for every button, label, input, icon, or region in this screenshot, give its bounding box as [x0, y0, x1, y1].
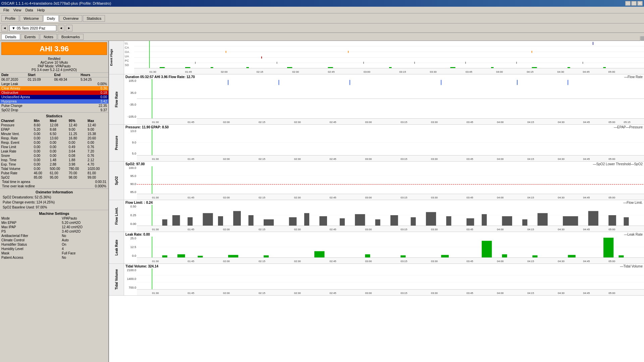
event-large-leak[interactable]: Large Leak0.00% — [0, 82, 108, 86]
menu-view[interactable]: View — [11, 8, 23, 12]
tidal-volume-label: Tidal Volume — [109, 264, 124, 295]
spo2-title: SpO2: 97.00 — [125, 162, 145, 166]
svg-text:03:30: 03:30 — [430, 70, 437, 73]
svg-rect-121 — [390, 215, 398, 226]
main-area: AHI 3.96 ResMed AirCurve 10 VAuto PAP Mo… — [0, 41, 644, 362]
setting-antibacterial: Antibacterial FilterNo — [0, 234, 108, 238]
spo2-inner: SpO2: 97.00 —SpO2 Lower Threshold—SpO2 1… — [124, 162, 644, 200]
svg-text:05:00: 05:00 — [608, 70, 615, 73]
svg-text:02:00: 02:00 — [223, 121, 230, 124]
svg-text:04:15: 04:15 — [527, 121, 534, 124]
svg-text:03:15: 03:15 — [400, 292, 408, 295]
pressure-inner: Pressure: 11.90 EPAP: 8.50 —EPAP—Pressur… — [124, 125, 644, 161]
flow-rate-label: Flow Rate — [109, 74, 124, 124]
ahi-value: AHI 3.96 — [3, 45, 105, 53]
svg-text:04:00: 04:00 — [497, 196, 504, 199]
pressure-label: Pressure — [109, 125, 124, 161]
stats-row-minutevent: Minute Vent.0.006.5011.2515.38 — [0, 132, 108, 136]
start-value: 01:15:09 — [28, 78, 54, 81]
nav-prev-button[interactable]: ◄ — [58, 25, 64, 32]
svg-rect-115 — [289, 217, 297, 226]
svg-text:04:15: 04:15 — [527, 292, 534, 295]
svg-rect-133 — [624, 217, 629, 226]
stats-col-95: 95% — [68, 119, 87, 123]
pressure-title: Pressure: 11.90 EPAP: 8.50 — [125, 125, 169, 129]
svg-rect-123 — [426, 212, 436, 226]
svg-text:03:00: 03:00 — [365, 158, 372, 161]
stats-row-pulserate: Pulse Rate46.0061.0070.0081.00 — [0, 171, 108, 175]
statistics-header: Statistics — [0, 112, 108, 119]
svg-text:02:45: 02:45 — [328, 70, 335, 73]
svg-text:02:45: 02:45 — [330, 158, 337, 161]
titlebar-controls: − □ ✕ — [625, 1, 643, 6]
flow-limit-title-right: —Flow Limit. — [623, 201, 643, 204]
svg-text:03:30: 03:30 — [431, 158, 438, 161]
flow-rate-title-right: —Flow Rate — [624, 75, 643, 79]
svg-rect-126 — [482, 214, 487, 226]
svg-text:02:15: 02:15 — [259, 260, 266, 263]
subtab-bookmarks[interactable]: Bookmarks — [58, 34, 84, 40]
event-clear-airway[interactable]: Clear Airway0.36 — [0, 86, 108, 90]
event-spo2-drop[interactable]: SpO2 Drop9.37 — [0, 108, 108, 112]
stats-row-tidalvol: Tidal Volume0.00500.00780.001020.00 — [0, 167, 108, 171]
svg-text:05:15: 05:15 — [624, 121, 631, 124]
menu-file[interactable]: File — [1, 8, 11, 12]
oximeter-baseline: SpO2 Baseline Used: 97.00% — [0, 205, 108, 210]
subtab-notes[interactable]: Notes — [40, 34, 57, 40]
stats-col-max: Max — [87, 119, 108, 123]
setting-ps: PS3.40 cmH2O — [0, 229, 108, 234]
event-flags-ylabels: LL CA OA UA PC SD — [124, 41, 134, 67]
svg-text:01:30: 01:30 — [152, 228, 159, 231]
subtab-events[interactable]: Events — [21, 34, 40, 40]
svg-text:04:00: 04:00 — [497, 158, 504, 161]
subtab-details[interactable]: Details — [1, 34, 20, 40]
titlebar: OSCAR 1.1.1-rc-4+translations-3d1778a0-p… — [0, 0, 644, 7]
svg-text:02:15: 02:15 — [259, 121, 266, 124]
svg-text:04:45: 04:45 — [583, 260, 590, 263]
maximize-button[interactable]: □ — [631, 1, 637, 6]
setting-climate: Climate ControlAuto — [0, 238, 108, 242]
svg-text:03:45: 03:45 — [467, 260, 474, 263]
svg-rect-152 — [177, 254, 185, 257]
event-obstructive[interactable]: Obstructive0.18 — [0, 90, 108, 95]
menu-help[interactable]: Help — [35, 8, 47, 12]
svg-rect-154 — [228, 255, 238, 257]
tab-welcome[interactable]: Welcome — [20, 15, 43, 22]
nav-back-button[interactable]: ◄ — [1, 25, 8, 32]
spo2-chart: SpO2 SpO2: 97.00 —SpO2 Lower Threshold—S… — [109, 162, 644, 200]
spo2-timeaxis: 01:30 01:45 02:00 02:15 02:30 02:45 03:0… — [137, 194, 644, 200]
svg-text:01:30: 01:30 — [152, 121, 159, 124]
spo2-title-right: —SpO2 Lower Threshold—SpO2 — [593, 162, 643, 166]
event-unclassified[interactable]: Unclassified Apnea0.00 — [0, 95, 108, 99]
svg-rect-116 — [304, 213, 309, 226]
tab-daily[interactable]: Daily — [43, 15, 59, 22]
menubar: File View Data Help — [0, 7, 644, 13]
minimize-button[interactable]: − — [625, 1, 631, 6]
svg-text:05:00: 05:00 — [608, 121, 615, 124]
svg-text:02:30: 02:30 — [294, 228, 301, 231]
event-hypopnea[interactable]: Hypopnea3.42 — [0, 99, 108, 104]
svg-text:02:00: 02:00 — [223, 228, 230, 231]
flow-limit-title: Flow Limit: : 0.24 — [125, 201, 153, 204]
leak-rate-chart: Leak Rate Leak Rate: 0.00 —Leak Rate 25.… — [109, 232, 644, 264]
spo2-label: SpO2 — [109, 162, 124, 200]
svg-text:01:45: 01:45 — [187, 292, 195, 295]
tab-overview[interactable]: Overview — [59, 15, 82, 22]
svg-text:03:15: 03:15 — [400, 260, 408, 263]
svg-text:04:30: 04:30 — [558, 121, 565, 124]
tab-statistics[interactable]: Statistics — [83, 15, 105, 22]
svg-rect-112 — [233, 211, 241, 226]
menu-data[interactable]: Data — [23, 8, 35, 12]
svg-text:04:45: 04:45 — [583, 158, 590, 161]
svg-rect-114 — [264, 219, 274, 226]
svg-rect-163 — [568, 255, 576, 257]
stats-row-epap: EPAP5.208.689.009.00 — [0, 127, 108, 132]
tab-profile[interactable]: Profile — [1, 15, 19, 22]
svg-text:04:45: 04:45 — [583, 196, 590, 199]
col-hours: Hours — [80, 73, 107, 77]
event-pulse-change[interactable]: Pulse Change22.35 — [0, 104, 108, 108]
nav-next-button[interactable]: ► — [66, 25, 72, 32]
svg-text:02:30: 02:30 — [294, 158, 301, 161]
svg-text:04:15: 04:15 — [527, 158, 534, 161]
close-button[interactable]: ✕ — [637, 1, 643, 6]
